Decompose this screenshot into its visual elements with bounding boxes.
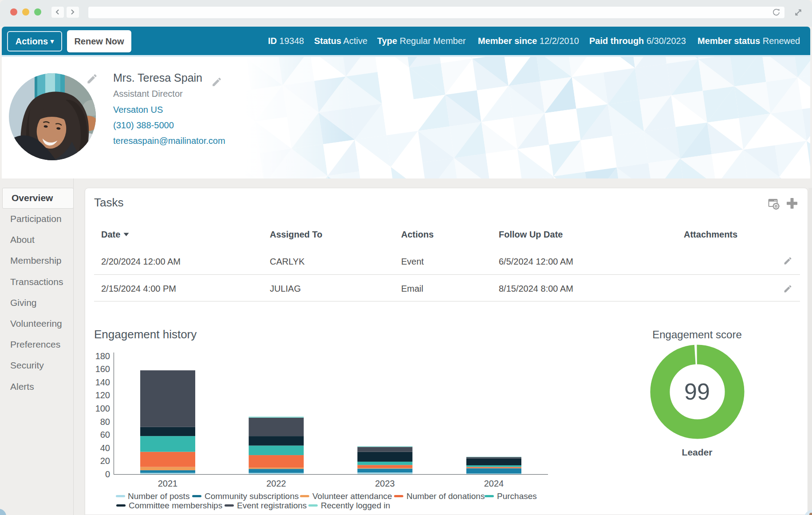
svg-text:20: 20 [100,456,110,466]
svg-text:40: 40 [100,443,110,453]
svg-text:160: 160 [95,364,110,374]
svg-text:2024: 2024 [484,479,504,488]
svg-text:80: 80 [100,417,110,427]
svg-text:180: 180 [95,351,110,361]
svg-text:2022: 2022 [266,479,286,488]
svg-text:60: 60 [100,430,110,440]
svg-text:2021: 2021 [158,479,178,488]
svg-text:0: 0 [105,469,110,479]
svg-text:140: 140 [95,377,110,387]
svg-text:100: 100 [95,404,110,413]
svg-text:2023: 2023 [375,479,395,488]
svg-text:120: 120 [95,390,110,400]
